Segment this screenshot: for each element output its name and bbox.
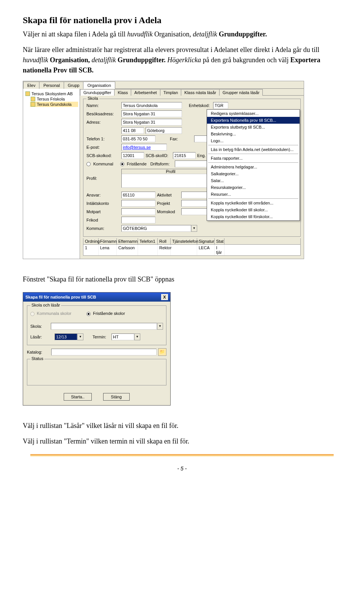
tab-grupp[interactable]: Grupp [64, 82, 84, 89]
text: på den grå bakgrunden och välj [201, 56, 290, 64]
radio-kommunala[interactable] [30, 312, 35, 316]
subtab-grunduppgifter[interactable]: Grunduppgifter [80, 89, 115, 96]
cell: I tjär [215, 245, 224, 255]
input-ansvar[interactable]: 65110 [121, 192, 155, 198]
ctx-las-in-betyg[interactable]: Läs in betyg från Adela.net (webbmodulen… [207, 146, 300, 153]
ctx-resurser[interactable]: Resurser... [207, 191, 300, 198]
ctx-koppla-forskolor[interactable]: Koppla nyckelkoder till förskolor... [207, 213, 300, 220]
col-efternamn[interactable]: Efternamn [117, 238, 138, 244]
col-fornamn[interactable]: Förnamn [99, 238, 117, 244]
subtab-arbetsenhet[interactable]: Arbetsenhet [131, 89, 160, 96]
select-skola[interactable]: ▼ [51, 323, 163, 330]
tab-personal[interactable]: Personal [39, 82, 64, 89]
input-intaktskonto[interactable] [121, 200, 155, 207]
subtab-klass-nasta[interactable]: Klass nästa läsår [181, 89, 220, 96]
label-fristaende: Fristående [127, 162, 147, 166]
ctx-resurskategorier[interactable]: Resurskategorier... [207, 184, 300, 191]
tree-root[interactable]: Tersus Skolsystem AB [25, 91, 78, 96]
tree-grundskola[interactable]: Tersus Grundskola [30, 102, 78, 107]
ctx-koppla-skolor[interactable]: Koppla nyckelkoder till skolor... [207, 206, 300, 213]
text: huvudflik [127, 30, 152, 38]
col-signatur[interactable]: Signatur [197, 238, 215, 244]
ctx-redigera-systemklasser[interactable]: Redigera systemklasser... [207, 110, 300, 117]
starta-button[interactable]: Starta.. [64, 393, 91, 401]
text: huvudflik [23, 56, 48, 64]
chevron-down-icon: ▼ [191, 225, 197, 232]
ctx-koppla-omraden[interactable]: Koppla nyckelkoder till områden... [207, 200, 300, 206]
label-driftsform: Driftsform: [151, 162, 173, 166]
cell: Rektor [158, 245, 171, 255]
input-postnr[interactable]: 411 08 [121, 127, 144, 134]
label-telefon: Telefon 1: [86, 137, 120, 141]
col-ordning[interactable]: Ordning [83, 238, 99, 244]
radio-fristaende[interactable] [86, 312, 91, 316]
group-skola-lasar: Skola och läsår Kommunala skolor Friståe… [27, 305, 166, 345]
col-telefon[interactable]: Telefon1 [138, 238, 158, 244]
subtab-klass[interactable]: Klass [114, 89, 131, 96]
ctx-logo[interactable]: Logo... [207, 137, 300, 144]
radio-fristaende[interactable] [120, 162, 124, 166]
navigation-tree[interactable]: Tersus Skolsystem AB Tersus Friskola Ter… [23, 89, 80, 259]
paragraph-2: När lärare eller administratör har regis… [23, 45, 341, 75]
cell [171, 245, 197, 255]
input-katalog[interactable] [51, 349, 157, 355]
tab-organisation[interactable]: Organisation [83, 82, 115, 89]
ctx-beskrivning[interactable]: Beskrivning... [207, 131, 300, 137]
label-motpart: Motpart [86, 209, 120, 214]
heading: Skapa fil för nationella prov i Adela [23, 15, 341, 25]
input-adress[interactable]: Stora Nygatan 31 [121, 119, 182, 126]
input-namn[interactable]: Tersus Grundskola [121, 102, 182, 109]
tree-label: Tersus Skolsystem AB [31, 91, 73, 96]
label-enhetskod: Enhetskod: [189, 103, 212, 108]
select-lasar[interactable]: 12/13▼ [55, 333, 83, 340]
label-profil: Profil: [86, 176, 120, 181]
ctx-exportera-nationella-prov[interactable]: Exportera Nationella prov till SCB... [207, 117, 300, 124]
text: , [190, 30, 193, 38]
label-scbkod: SCB-skolkod: [86, 153, 120, 158]
col-roll[interactable]: Roll [158, 238, 171, 244]
label-kommunal: Kommunal [93, 162, 113, 166]
label-kommun: Kommun: [86, 226, 120, 231]
label-namn: Namn: [86, 103, 120, 108]
ctx-administrera-helgdagar[interactable]: Administrera helgdagar... [207, 164, 300, 170]
radio-kommunal[interactable] [86, 162, 91, 166]
input-enhetskod[interactable]: TGR [213, 102, 228, 109]
folder-icon [25, 91, 30, 96]
subtab-timplan[interactable]: Timplan [160, 89, 182, 96]
input-besoksadress[interactable]: Stora Nygatan 31 [121, 110, 182, 117]
browse-folder-button[interactable]: 📁 [158, 348, 166, 356]
profil-grid[interactable]: Profil [121, 169, 220, 188]
ctx-fasta-rapporter[interactable]: Fasta rapporter... [207, 155, 300, 162]
close-button[interactable]: X [161, 294, 168, 300]
col-tjanstetel[interactable]: Tjänstetelefon [171, 238, 197, 244]
ctx-salkategorier[interactable]: Salkategorier... [207, 170, 300, 177]
ctx-exportera-slutbetyg[interactable]: Exportera slutbetyg till SCB... [207, 124, 300, 131]
dialog-titlebar: Skapa fil för nationella prov till SCB X [23, 292, 170, 302]
paragraph-4: Välj i rullistan "Läsår" vilket läsår ni… [23, 421, 341, 431]
label-adress: Adress: [86, 120, 120, 124]
table-row[interactable]: 1 Lena Carlsson Rektor LECA I tjär [83, 245, 300, 255]
input-frikod[interactable] [121, 217, 155, 223]
input-scbkod[interactable]: 12001 [121, 152, 144, 159]
select-termin[interactable]: HT▼ [111, 333, 140, 340]
label-katalog: Katalog: [27, 350, 50, 354]
dialog-skapa-fil: Skapa fil för nationella prov till SCB X… [23, 292, 171, 406]
stang-button[interactable]: Stäng [103, 393, 130, 401]
ctx-salar[interactable]: Salar... [207, 177, 300, 184]
tree-friskola[interactable]: Tersus Friskola [30, 96, 78, 102]
cell: 1 [83, 245, 99, 255]
select-kommun[interactable]: GÖTEBORG▼ [121, 225, 197, 232]
tab-elev[interactable]: Elev [23, 82, 39, 89]
input-motpart[interactable] [121, 208, 155, 215]
text: När lärare eller administratör har regis… [23, 46, 319, 53]
subtab-grupper-nasta[interactable]: Grupper nästa läsår [219, 89, 263, 96]
text: Grunduppgifter. [116, 56, 167, 64]
group-status: Status [27, 359, 166, 385]
input-telefon[interactable]: 031-85 70 50 [121, 135, 155, 142]
input-scbid[interactable]: 21815 [173, 152, 196, 159]
col-stat[interactable]: Stat [215, 238, 224, 244]
input-epost[interactable]: info@tersus.se [121, 144, 167, 151]
paragraph-5: Välj i rullistan "Termin" vilken termin … [23, 436, 341, 447]
input-ort[interactable]: Göteborg [146, 127, 182, 134]
text: Väljer ni att skapa filen i Adela gå til… [23, 30, 127, 38]
